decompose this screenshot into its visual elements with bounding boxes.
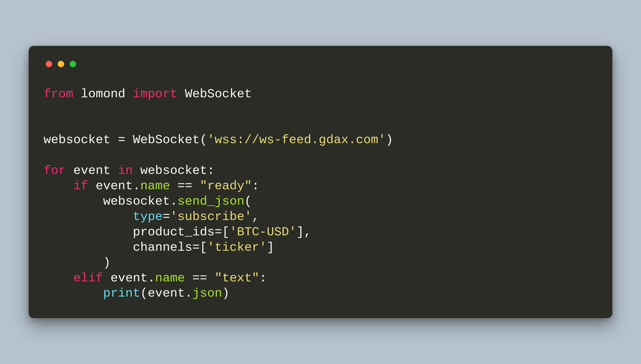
zoom-icon[interactable] <box>70 61 76 67</box>
minimize-icon[interactable] <box>58 61 64 67</box>
code-window: from lomond import WebSocket websocket =… <box>29 46 612 318</box>
window-controls <box>46 61 597 67</box>
code-block: from lomond import WebSocket websocket =… <box>44 86 597 301</box>
close-icon[interactable] <box>46 61 52 67</box>
